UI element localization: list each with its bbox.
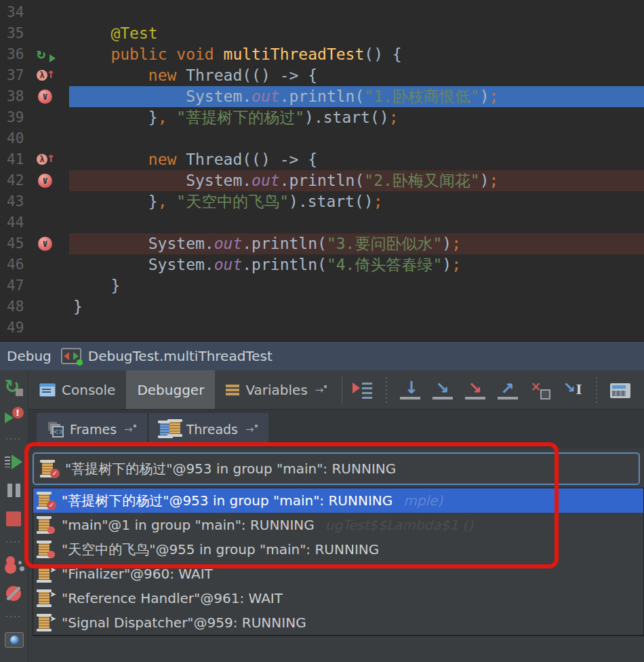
lambda-breakpoint-icon[interactable] (37, 152, 57, 168)
line-number: 35 (0, 23, 33, 44)
step-over-button[interactable] (400, 381, 420, 400)
tab-frames-label: Frames (70, 422, 117, 437)
lambda-breakpoint-icon[interactable] (37, 68, 57, 84)
gutter-space (37, 299, 57, 315)
tab-threads[interactable]: Threads → (149, 413, 268, 445)
debug-toolwindow-header: Debug DebugTest.multiThreadTest (0, 340, 644, 370)
thread-list-item[interactable]: ➤"Reference Handler"@961: WAIT (33, 586, 643, 610)
gutter: 46 (0, 254, 69, 275)
resume-program-button[interactable] (5, 453, 24, 471)
force-step-into-button[interactable] (465, 381, 485, 400)
evaluate-expression-button[interactable] (610, 383, 630, 398)
code-token: } (73, 277, 120, 294)
editor-line: 38 System.out.println("1.卧枝商恨低"); (0, 86, 644, 107)
code-token: , (158, 193, 177, 210)
toolbar-dotted-separator (6, 539, 22, 545)
editor-line: 47 } (0, 275, 644, 296)
tab-variables[interactable]: Variables → (215, 370, 338, 409)
thread-spool (39, 615, 49, 630)
running-badge: ➤ (49, 615, 56, 623)
toolbar-dotted-separator (386, 377, 387, 403)
thread-list-label: "Reference Handler"@961: WAIT (62, 590, 283, 606)
get-thread-dump-button[interactable] (5, 631, 24, 648)
verified-breakpoint-icon[interactable] (37, 236, 57, 252)
tab-frames[interactable]: Frames → (37, 413, 147, 445)
thread-icon: ✓ (37, 492, 55, 509)
tab-console-label: Console (62, 382, 115, 398)
line-number: 49 (0, 317, 33, 338)
code-token: ; (489, 87, 499, 105)
thread-icon: ➤ (37, 589, 55, 607)
view-breakpoints-button[interactable] (5, 556, 24, 574)
suspended-badge (47, 551, 55, 558)
tab-debugger[interactable]: Debugger (126, 370, 215, 409)
debug-icon-left-triangle (64, 352, 69, 360)
line-number: 46 (0, 254, 33, 275)
debug-tabs-row: Console Debugger Variables → (28, 370, 644, 410)
code-line-35: @Test (69, 23, 644, 44)
thread-list-item[interactable]: ✓"菩提树下的杨过"@953 in group "main": RUNNINGm… (33, 488, 643, 513)
code-token: } (73, 193, 158, 210)
code-token: public void (110, 45, 223, 63)
verified-breakpoint-icon[interactable] (37, 89, 57, 105)
gutter: 39 (0, 107, 69, 128)
code-token: } (73, 298, 83, 315)
code-token: "3.要问卧似水" (327, 235, 442, 252)
variables-icon (226, 385, 239, 395)
thread-selector-combobox[interactable]: ✓ "菩提树下的杨过"@953 in group "main": RUNNING (33, 452, 640, 485)
pause-program-button[interactable] (5, 482, 24, 499)
line-number: 38 (0, 86, 33, 107)
thread-list-item[interactable]: ➤"Signal Dispatcher"@959: RUNNING (33, 610, 643, 635)
stop-button[interactable] (5, 510, 24, 528)
ghost-text: mple) (403, 492, 443, 509)
gutter-space (37, 257, 57, 273)
code-line-49 (69, 317, 644, 338)
code-token (73, 45, 110, 63)
running-badge: ➤ (49, 590, 56, 598)
step-out-button[interactable] (498, 381, 518, 400)
pin-icon[interactable]: → (245, 423, 258, 435)
rerun-button[interactable] (5, 378, 24, 396)
ide-window: 3435 @Test36 public void multiThreadTest… (0, 0, 644, 662)
tab-variables-label: Variables (245, 382, 307, 398)
verified-breakpoint-icon[interactable] (37, 173, 57, 189)
thread-selector-value: "菩提树下的杨过"@953 in group "main": RUNNING (65, 460, 396, 478)
rerun-failed-tests-button[interactable] (5, 407, 24, 425)
code-token: out (214, 256, 243, 273)
editor-line: 49 (0, 317, 644, 338)
thread-list-item[interactable]: "main"@1 in group "main": RUNNINGugTest$… (33, 513, 643, 537)
run-to-cursor-button[interactable] (563, 381, 583, 400)
toolbar-dotted-separator (596, 377, 597, 403)
line-number: 39 (0, 107, 33, 128)
pin-icon[interactable]: → (315, 384, 327, 396)
breakpoint-hit-badge: ✓ (47, 501, 56, 510)
gutter: 36 (0, 44, 69, 65)
code-token: new (148, 66, 186, 84)
step-into-button[interactable] (432, 381, 453, 400)
gutter-space (37, 26, 57, 42)
code-token: ) (480, 87, 489, 105)
code-token: "菩提树下的杨过" (176, 109, 304, 126)
thread-list-item[interactable]: ➤"Finalizer"@960: WAIT (33, 562, 643, 586)
thread-list-label: "菩提树下的杨过"@953 in group "main": RUNNING (62, 492, 393, 510)
tab-console[interactable]: Console (28, 370, 126, 409)
debug-window-icon (61, 348, 81, 364)
mute-breakpoints-button[interactable] (5, 585, 24, 602)
code-token: () { (364, 45, 401, 63)
line-number: 45 (0, 233, 33, 254)
show-execution-point-button[interactable] (353, 381, 373, 400)
code-token: ).start() (304, 109, 389, 126)
gutter-space (37, 278, 57, 294)
thread-list-item[interactable]: "天空中的飞鸟"@955 in group "main": RUNNING (33, 537, 643, 562)
code-line-43: }, "天空中的飞鸟").start(); (69, 191, 644, 212)
code-token: ; (451, 235, 461, 252)
editor-line: 45 System.out.println("3.要问卧似水"); (0, 233, 644, 254)
thread-spool-orange (169, 421, 180, 435)
gutter-space (37, 320, 57, 336)
code-line-34 (69, 2, 644, 23)
run-test-icon[interactable] (37, 47, 57, 63)
code-line-45: System.out.println("3.要问卧似水"); (69, 233, 644, 254)
pin-icon[interactable]: → (124, 423, 136, 435)
drop-frame-button[interactable] (530, 381, 550, 400)
code-token: System. (73, 235, 214, 252)
